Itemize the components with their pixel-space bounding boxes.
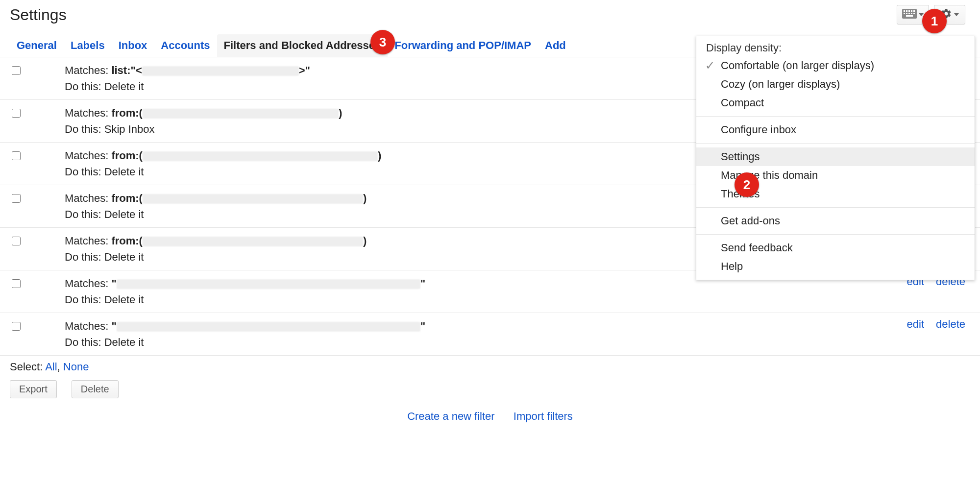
svg-rect-6 (904, 13, 905, 14)
match-suffix: " (420, 277, 425, 290)
svg-rect-5 (913, 10, 915, 12)
menu-density-option[interactable]: Cozy (on larger displays) (696, 75, 975, 94)
match-suffix: " (420, 320, 425, 332)
redacted-text (143, 237, 363, 246)
svg-rect-4 (911, 10, 912, 12)
check-icon: ✓ (705, 59, 715, 73)
create-filter-link[interactable]: Create a new filter (407, 410, 495, 422)
do-action: Delete it (104, 208, 144, 220)
do-action: Delete it (104, 251, 144, 263)
menu-feedback[interactable]: Send feedback (696, 239, 975, 257)
export-button[interactable]: Export (10, 380, 57, 398)
do-action: Delete it (104, 80, 144, 93)
select-bar: Select: All, None (0, 356, 980, 378)
svg-rect-2 (906, 10, 907, 12)
match-key: " (111, 320, 116, 332)
match-suffix: ) (363, 192, 367, 204)
menu-item-label: Cozy (on larger displays) (721, 78, 840, 91)
do-label: Do this: (65, 336, 104, 348)
menu-configure-inbox[interactable]: Configure inbox (696, 121, 975, 139)
select-separator: , (57, 361, 63, 373)
import-filters-link[interactable]: Import filters (514, 410, 573, 422)
select-label: Select: (10, 361, 45, 373)
svg-rect-10 (913, 13, 915, 14)
do-action: Delete it (104, 336, 144, 348)
filter-actions: editdelete (907, 318, 970, 331)
do-action: Skip Inbox (104, 123, 155, 135)
menu-settings[interactable]: Settings (696, 147, 975, 166)
filter-checkbox[interactable] (12, 237, 21, 245)
settings-dropdown-menu: Display density: ✓Comfortable (on larger… (696, 36, 975, 280)
menu-help[interactable]: Help (696, 257, 975, 276)
filter-checkbox[interactable] (12, 322, 21, 331)
do-label: Do this: (65, 251, 104, 263)
annotation-bubble: 3 (370, 30, 395, 54)
svg-rect-7 (906, 13, 907, 14)
svg-rect-8 (908, 13, 910, 14)
svg-rect-1 (904, 10, 905, 12)
tab-labels[interactable]: Labels (64, 34, 112, 57)
redacted-text (117, 279, 420, 289)
filter-row: Matches: ""Do this: Delete iteditdelete (0, 313, 980, 356)
match-label: Matches: (65, 192, 111, 204)
do-action: Delete it (104, 293, 144, 306)
match-label: Matches: (65, 64, 111, 76)
menu-item-label: Comfortable (on larger displays) (721, 59, 874, 72)
match-key: from:( (111, 149, 143, 162)
tab-add[interactable]: Add (538, 34, 573, 57)
svg-rect-3 (908, 10, 910, 12)
svg-rect-11 (906, 15, 913, 17)
match-suffix: ) (339, 107, 342, 119)
redacted-text (143, 109, 339, 119)
match-label: Matches: (65, 277, 111, 290)
filter-checkbox[interactable] (12, 194, 21, 203)
redacted-text (117, 322, 420, 332)
tab-forwarding-and-pop-imap[interactable]: Forwarding and POP/IMAP (388, 34, 538, 57)
delete-button[interactable]: Delete (72, 380, 119, 398)
match-key: " (111, 277, 116, 290)
match-key: list:"< (111, 64, 142, 76)
edit-link[interactable]: edit (907, 318, 924, 331)
match-label: Matches: (65, 320, 111, 332)
do-label: Do this: (65, 166, 104, 178)
redacted-text (142, 66, 299, 76)
menu-get-addons[interactable]: Get add-ons (696, 212, 975, 230)
match-suffix: ) (378, 149, 381, 162)
do-label: Do this: (65, 80, 104, 93)
annotation-bubble: 2 (735, 172, 759, 197)
keyboard-icon (902, 9, 917, 21)
match-label: Matches: (65, 107, 111, 119)
delete-link[interactable]: delete (936, 318, 965, 331)
do-label: Do this: (65, 123, 104, 135)
select-all-link[interactable]: All (45, 361, 57, 373)
filter-checkbox[interactable] (12, 109, 21, 118)
button-row: Export Delete (0, 378, 980, 400)
tab-general[interactable]: General (10, 34, 64, 57)
do-label: Do this: (65, 208, 104, 220)
menu-density-option[interactable]: Compact (696, 94, 975, 112)
filter-checkbox[interactable] (12, 151, 21, 160)
do-action: Delete it (104, 166, 144, 178)
tab-accounts[interactable]: Accounts (154, 34, 217, 57)
match-label: Matches: (65, 149, 111, 162)
match-key: from:( (111, 235, 143, 247)
density-header: Display density: (696, 40, 975, 56)
tab-inbox[interactable]: Inbox (112, 34, 154, 57)
match-suffix: >" (299, 64, 310, 76)
match-key: from:( (111, 192, 143, 204)
match-suffix: ) (363, 235, 367, 247)
redacted-text (143, 194, 363, 204)
match-label: Matches: (65, 235, 111, 247)
svg-rect-9 (911, 13, 912, 14)
bottom-links: Create a new filter Import filters (0, 400, 980, 433)
filter-checkbox[interactable] (12, 66, 21, 75)
filter-checkbox[interactable] (12, 279, 21, 288)
do-label: Do this: (65, 293, 104, 306)
menu-density-option[interactable]: ✓Comfortable (on larger displays) (696, 56, 975, 75)
chevron-down-icon (954, 13, 959, 16)
select-none-link[interactable]: None (63, 361, 89, 373)
annotation-bubble: 1 (922, 9, 947, 33)
menu-item-label: Compact (721, 97, 764, 109)
page-title: Settings (10, 6, 67, 24)
tab-filters-and-blocked-addresses[interactable]: Filters and Blocked Addresses (217, 34, 388, 57)
